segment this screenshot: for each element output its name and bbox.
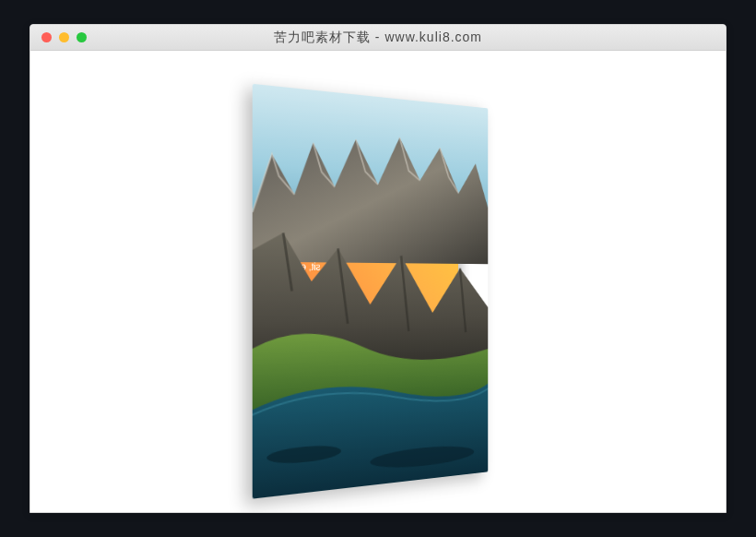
window-titlebar: 苦力吧素材下载 - www.kuli8.com bbox=[30, 25, 726, 51]
page-content: Ratione, sit, et ? eaque bbox=[30, 51, 726, 512]
flip-card[interactable]: Ratione, sit, et ? eaque bbox=[253, 84, 489, 499]
card-front bbox=[253, 84, 489, 499]
window-controls bbox=[30, 32, 87, 42]
mountain-lake-photo bbox=[253, 84, 489, 499]
maximize-icon[interactable] bbox=[77, 32, 87, 42]
browser-window: 苦力吧素材下载 - www.kuli8.com Ratione, sit, et… bbox=[30, 24, 726, 513]
minimize-icon[interactable] bbox=[59, 32, 69, 42]
close-icon[interactable] bbox=[41, 32, 52, 42]
window-title: 苦力吧素材下载 - www.kuli8.com bbox=[30, 30, 726, 46]
